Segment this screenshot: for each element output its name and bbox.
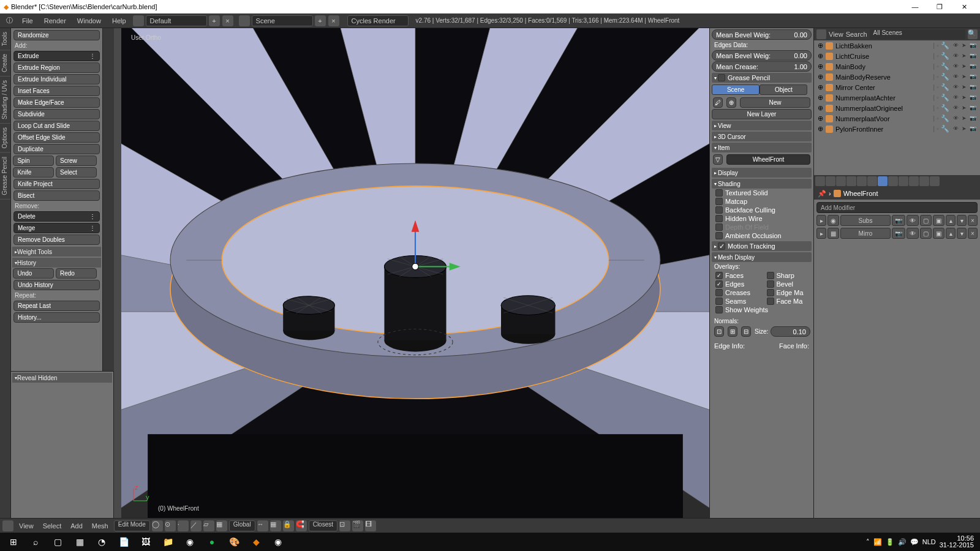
item-mesh-icon[interactable]: ▽ (713, 154, 723, 165)
overlay-edge-ma[interactable]: Edge Ma (762, 288, 813, 297)
tray-notif-icon[interactable]: 💬 (910, 538, 919, 546)
scene-del-icon[interactable]: × (328, 15, 339, 26)
snap-toggle-icon[interactable]: 🧲 (296, 520, 307, 531)
shading-hidden-wire[interactable]: Hidden Wire (710, 214, 813, 223)
tray-wifi-icon[interactable]: 📶 (873, 538, 882, 546)
overlay-edges[interactable]: Edges (710, 280, 762, 288)
render-icon[interactable]: 📷 (969, 94, 976, 102)
render-icon[interactable]: 📷 (969, 73, 976, 81)
render-icon[interactable]: 📷 (969, 53, 976, 60)
manipulator-icon[interactable]: ↔ (257, 520, 268, 531)
opengl-anim-icon[interactable]: 🎞 (365, 520, 376, 531)
scene-icon[interactable] (239, 15, 250, 26)
start-button[interactable]: ⊞ (2, 533, 24, 550)
ctx-renderlayers[interactable] (826, 176, 835, 186)
taskbar-app-1[interactable]: ▦ (69, 533, 91, 550)
repeat-last-button[interactable]: Repeat Last (13, 301, 100, 311)
gp-new-layer-button[interactable]: New Layer (712, 109, 812, 119)
item-name-field[interactable] (726, 154, 810, 165)
cursor-icon[interactable]: ➤ (960, 73, 968, 81)
mod-up-icon[interactable]: ▴ (946, 228, 956, 239)
gp-new-button[interactable]: New (740, 97, 810, 108)
eye-icon[interactable]: 👁 (952, 84, 959, 91)
mod-up-icon[interactable]: ▴ (946, 215, 956, 226)
outliner-row[interactable]: ⊕NummerplaatAchter| ◦ 🔧👁➤📷 (814, 92, 980, 103)
mod-display-icon[interactable]: 👁 (907, 228, 919, 239)
outliner-search-menu[interactable]: Search (846, 31, 867, 38)
mod-render-icon[interactable]: 📷 (892, 215, 905, 226)
cursor-icon[interactable]: ➤ (960, 115, 968, 122)
ctx-object[interactable] (857, 176, 867, 186)
menu-help[interactable]: Help (107, 15, 131, 27)
mod-delete-icon[interactable]: × (968, 215, 978, 226)
render-icon[interactable]: 📷 (969, 42, 976, 50)
ctx-constraints[interactable] (867, 176, 877, 186)
weight-tools-panel[interactable]: Weight Tools (12, 247, 101, 257)
normals-face-icon[interactable]: ⊟ (741, 326, 751, 337)
engine-select[interactable]: Cycles Render (347, 15, 409, 26)
layout-del-icon[interactable]: × (222, 15, 233, 26)
cursor-icon[interactable]: ➤ (960, 63, 968, 70)
menu-window[interactable]: Window (72, 15, 106, 27)
cursor-icon[interactable]: ➤ (960, 126, 968, 133)
mod-expand-icon[interactable]: ▸ (816, 228, 826, 239)
sel-edge-icon[interactable]: ／ (190, 520, 202, 531)
3dview-editor-icon[interactable] (2, 520, 13, 531)
overlay-seams[interactable]: Seams (710, 297, 762, 305)
render-border-icon[interactable]: ⊡ (339, 520, 350, 531)
extrude-dropdown[interactable]: Extrude (13, 51, 100, 61)
pivot-icon[interactable]: ⊙ (165, 520, 176, 531)
shading-ambient-occlusion[interactable]: Ambient Occlusion (710, 231, 813, 240)
orientation-select[interactable]: Global (229, 520, 255, 531)
cursor-icon[interactable]: ➤ (960, 94, 968, 102)
add-modifier-dropdown[interactable]: Add Modifier (816, 202, 978, 213)
3dview-menu-view[interactable]: View (15, 522, 37, 530)
gp-color-icon[interactable]: 🖊 (713, 97, 723, 108)
taskbar-app-4[interactable]: 🖼 (135, 533, 157, 550)
tab-tools[interactable]: Tools (0, 28, 10, 50)
shading-backface-culling[interactable]: Backface Culling (710, 206, 813, 214)
eye-icon[interactable]: 👁 (952, 94, 959, 102)
gp-link-icon[interactable]: ⊕ (726, 97, 736, 108)
render-icon[interactable]: 📷 (969, 63, 976, 70)
normals-size-field[interactable]: 0.10 (771, 326, 810, 337)
pin-icon[interactable]: 📌 (818, 190, 826, 198)
ctx-world[interactable] (846, 176, 856, 186)
mode-select[interactable]: Edit Mode (114, 520, 150, 531)
scene-add-icon[interactable]: + (315, 15, 326, 26)
panel-shading[interactable]: Shading (712, 179, 812, 189)
gp-object-tab[interactable]: Object (760, 84, 807, 95)
eye-icon[interactable]: 👁 (952, 126, 959, 133)
panel-mesh-display[interactable]: Mesh Display (712, 252, 812, 262)
subdivide-button[interactable]: Subdivide (13, 109, 100, 119)
mod-display-icon[interactable]: 👁 (907, 215, 919, 226)
shading-textured-solid[interactable]: Textured Solid (710, 189, 813, 197)
tab-create[interactable]: Create (0, 50, 10, 77)
sel-vertex-icon[interactable]: · (178, 520, 189, 531)
tab-options[interactable]: Options (0, 124, 10, 152)
3dview-menu-select[interactable]: Select (39, 522, 66, 530)
mod-name[interactable]: Subs (840, 215, 891, 226)
overlay-faces[interactable]: Faces (710, 271, 762, 280)
overlay-creases[interactable]: Creases (710, 288, 762, 297)
tray-clock[interactable]: 10:5631-12-2015 (940, 535, 974, 549)
overlay-bevel[interactable]: Bevel (762, 280, 813, 288)
close-button[interactable]: ✕ (952, 0, 976, 13)
menu-render[interactable]: Render (39, 15, 71, 27)
knife-select-button[interactable]: Select (56, 167, 97, 178)
menu-file[interactable]: File (17, 15, 38, 27)
viewport-shading-icon[interactable]: ◯ (152, 520, 163, 531)
knife-button[interactable]: Knife (13, 167, 54, 178)
cursor-icon[interactable]: ➤ (960, 42, 968, 50)
editor-type-icon[interactable]: ⓘ (2, 16, 16, 25)
offset-edge-slide-button[interactable]: Offset Edge Slide (13, 132, 100, 143)
repeat-history-button[interactable]: History... (13, 312, 100, 323)
remove-doubles-button[interactable]: Remove Doubles (13, 234, 100, 245)
duplicate-button[interactable]: Duplicate (13, 144, 100, 154)
extrude-individual-button[interactable]: Extrude Individual (13, 74, 100, 84)
scene-select[interactable]: Scene (252, 15, 313, 26)
panel-display[interactable]: Display (712, 168, 812, 178)
lock-camera-icon[interactable]: 🔒 (283, 520, 294, 531)
mod-edit-icon[interactable]: ▢ (920, 215, 932, 226)
overlay-sharp[interactable]: Sharp (762, 271, 813, 280)
